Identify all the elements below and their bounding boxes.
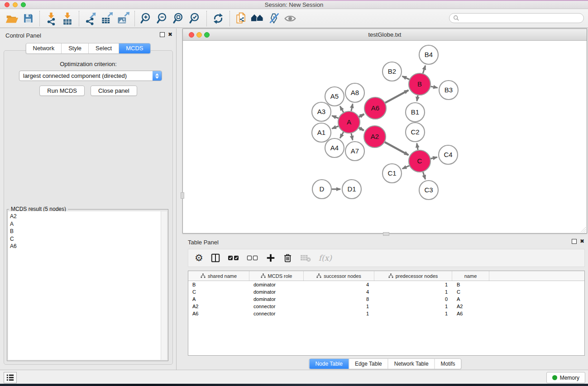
result-scrollbar[interactable] [161,211,167,360]
task-history-button[interactable] [4,372,17,383]
result-list-item[interactable]: C [10,235,161,243]
network-from-selection-icon[interactable] [233,10,249,27]
node-A2[interactable]: A2 [364,126,386,148]
table-row[interactable]: Adominator80A [188,295,584,303]
create-column-icon[interactable] [266,253,276,263]
edge-C-C2[interactable] [417,143,418,150]
edge-A-A2[interactable] [359,128,364,130]
tab-network[interactable]: Network [26,43,62,53]
horizontal-splitter-handle[interactable] [383,232,389,236]
mcds-result-list[interactable]: A2ABCA6 [8,211,161,360]
node-D1[interactable]: D1 [342,180,361,199]
node-A3[interactable]: A3 [312,102,331,121]
search-input[interactable] [459,14,574,22]
run-mcds-button[interactable]: Run MCDS [39,86,85,96]
close-panel-icon[interactable]: ✖ [168,32,172,37]
node-C4[interactable]: C4 [439,145,458,164]
open-session-icon[interactable] [4,10,20,27]
edge-B-B4[interactable] [423,66,425,73]
first-neighbors-icon[interactable] [249,10,266,27]
edge-B-B3[interactable] [430,86,437,88]
close-table-panel-icon[interactable]: ✖ [580,238,584,244]
tab-network-table[interactable]: Network Table [388,359,435,369]
show-columns-icon[interactable] [210,253,220,263]
node-A5[interactable]: A5 [325,87,344,106]
table-row[interactable]: A2connector11A2 [188,303,584,310]
table-settings-gear-icon[interactable]: ⚙ [195,253,203,263]
column-header-predecessor-nodes[interactable]: predecessor nodes [374,271,452,281]
node-A[interactable]: A [338,111,360,133]
tab-mcds[interactable]: MCDS [119,43,150,53]
node-A1[interactable]: A1 [312,123,331,142]
tab-select[interactable]: Select [89,43,119,53]
edge-A-A6[interactable] [359,114,364,117]
node-C[interactable]: C [409,150,430,172]
node-D[interactable]: D [312,180,331,199]
node-B1[interactable]: B1 [406,103,425,122]
edge-A2-C[interactable] [385,142,408,155]
edge-C-C3[interactable] [423,172,425,179]
zoom-fit-icon[interactable] [171,10,187,27]
network-canvas[interactable]: B4B2BB3A5A8A6A3B1AA1C2A2A4A7C4CC1C3DD1 [183,41,587,233]
graphics-details-icon[interactable] [266,10,282,27]
vertical-splitter-handle[interactable] [181,192,184,199]
node-A6[interactable]: A6 [364,97,386,119]
edge-C-C4[interactable] [430,157,437,158]
float-table-panel-icon[interactable] [572,239,577,244]
result-list-item[interactable]: A6 [10,243,161,250]
refresh-icon[interactable] [210,10,226,27]
memory-button[interactable]: Memory [546,372,585,383]
edge-B-B2[interactable] [402,76,410,79]
zoom-in-icon[interactable] [138,10,154,27]
node-C3[interactable]: C3 [419,181,438,200]
tab-motifs[interactable]: Motifs [435,359,461,369]
edge-B-B1[interactable] [417,95,418,101]
edge-A-A3[interactable] [332,116,338,118]
table-row[interactable]: Bdominator41B [188,281,584,288]
eye-icon[interactable] [282,10,298,27]
node-C2[interactable]: C2 [406,123,425,142]
unselect-all-columns-icon[interactable] [247,254,258,262]
edge-A-A1[interactable] [332,126,338,129]
table-row[interactable]: A6connector11A6 [188,310,584,317]
table-row[interactable]: Cdominator41C [188,288,584,295]
import-network-icon[interactable] [43,10,59,27]
network-graph[interactable]: B4B2BB3A5A8A6A3B1AA1C2A2A4A7C4CC1C3DD1 [183,41,587,233]
edge-A-A5[interactable] [340,106,344,112]
column-header-MCDS-role[interactable]: MCDS role [249,271,304,281]
tab-style[interactable]: Style [62,43,89,53]
node-B4[interactable]: B4 [419,45,438,64]
node-A4[interactable]: A4 [325,138,344,157]
node-B2[interactable]: B2 [382,62,402,81]
zoom-selected-icon[interactable] [187,10,203,27]
criterion-dropdown[interactable]: largest connected component (directed) [19,71,162,81]
edge-A6-B[interactable] [385,90,408,103]
node-A7[interactable]: A7 [345,142,364,161]
edge-A-A7[interactable] [351,133,353,140]
result-list-item[interactable]: A [10,220,161,228]
result-list-item[interactable]: A2 [10,213,161,220]
zoom-out-icon[interactable] [154,10,171,27]
network-window-titlebar[interactable]: testGlobe.txt [183,29,587,41]
float-panel-icon[interactable] [160,32,165,37]
select-all-columns-icon[interactable] [228,254,239,262]
export-table-icon[interactable] [99,10,115,27]
export-network-icon[interactable] [82,10,99,27]
tab-edge-table[interactable]: Edge Table [349,359,388,369]
import-table-icon[interactable] [59,10,76,27]
column-header-name[interactable]: name [452,271,489,281]
export-image-icon[interactable] [115,10,131,27]
close-panel-button[interactable]: Close panel [91,86,137,96]
result-list-item[interactable]: B [10,228,161,235]
edge-A-A4[interactable] [340,132,344,138]
column-header-shared-name[interactable]: shared name [188,271,249,281]
node-B3[interactable]: B3 [439,81,458,100]
tab-node-table[interactable]: Node Table [309,359,349,369]
node-table[interactable]: shared nameMCDS rolesuccessor nodesprede… [188,271,585,356]
save-session-icon[interactable] [20,10,36,27]
node-C1[interactable]: C1 [382,164,402,183]
delete-column-icon[interactable] [283,253,292,263]
node-A8[interactable]: A8 [345,83,364,102]
resize-grip-icon[interactable] [580,226,586,233]
node-B[interactable]: B [409,73,430,95]
